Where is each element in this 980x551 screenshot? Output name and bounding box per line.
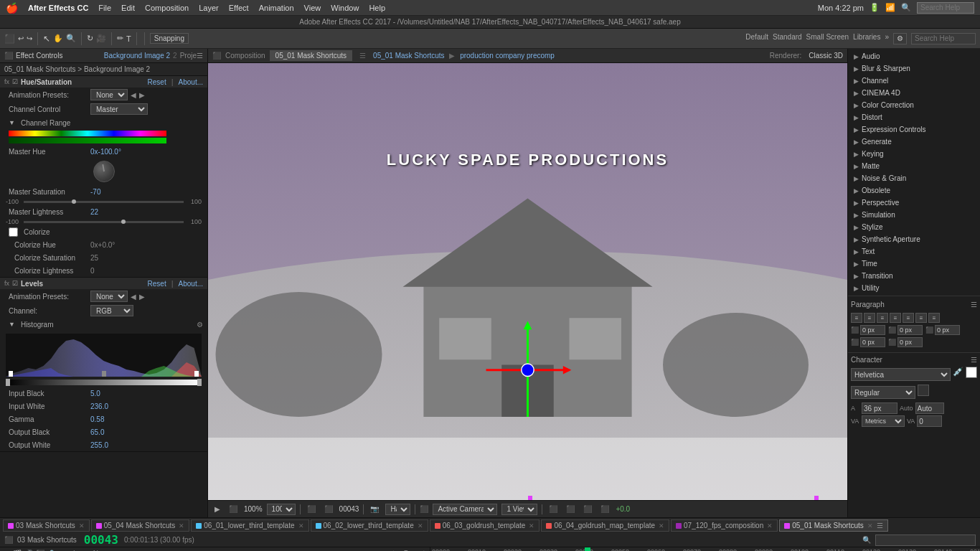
colorize-light-value[interactable]: 0 [90,267,95,275]
output-black-val[interactable]: 65.0 [90,428,104,436]
histogram-toggle[interactable]: ▼ [9,321,15,328]
black-point-handle[interactable] [9,371,13,377]
levels-anim-presets[interactable]: None [90,291,128,302]
font-family-dropdown[interactable]: Helvetica [851,368,951,381]
levels-prev-btn[interactable]: ◀ [131,293,136,301]
effect-distort[interactable]: ▶ Distort [848,111,980,123]
menu-help[interactable]: Help [369,4,385,12]
search-help-toolbar[interactable] [911,33,976,44]
breadcrumb-item2[interactable]: production company precomp [460,52,555,60]
guide-btn[interactable]: ⬛ [564,505,577,513]
master-lightness-value[interactable]: 22 [90,208,98,216]
align-dir-btn[interactable]: ≡ [928,313,940,323]
frame-controls[interactable]: ⬛ [227,505,240,513]
camera-btn[interactable]: 📷 [368,505,381,513]
align-right-btn[interactable]: ≡ [877,313,888,323]
tab-close-6[interactable]: ✕ [659,522,664,529]
align-justify-all-btn[interactable]: ≡ [915,313,927,323]
character-menu-icon[interactable]: ☰ [971,356,977,364]
tab-close-3[interactable]: ✕ [298,522,304,529]
lightness-slider[interactable] [24,221,184,223]
indent-left-input[interactable] [860,325,885,335]
camera-view-dropdown[interactable]: Active Camera [433,504,497,515]
apple-menu[interactable]: 🍎 [6,2,18,14]
track-area[interactable]: 00000 00010 00020 00030 00040 00050 0006… [430,547,980,551]
output-black-handle[interactable] [6,379,10,386]
settings-icon[interactable]: ⚙ [893,33,907,44]
input-black-val[interactable]: 5.0 [90,390,100,397]
comp-tab-main[interactable]: 05_01 Mask Shortcuts [270,50,353,61]
effect-channel[interactable]: ▶ Channel [848,75,980,87]
align-force-btn[interactable]: ≡ [903,313,914,323]
rotate-tool[interactable]: ↻ [87,34,93,43]
colorize-checkbox[interactable] [9,227,18,237]
levels-enable[interactable]: ☑ [12,280,18,287]
toolbar-icon-2[interactable]: ↩ [18,34,24,42]
stroke-color-swatch[interactable] [918,385,929,396]
colorize-hue-value[interactable]: 0x+0.0° [90,241,115,249]
hue-dial[interactable] [93,161,115,182]
font-size-input[interactable] [862,402,897,414]
effect-expression-controls[interactable]: ▶ Expression Controls [848,123,980,136]
gamma-val[interactable]: 0.58 [90,415,104,423]
menu-animation[interactable]: Animation [259,4,294,12]
breadcrumb-item1[interactable]: 05_01 Mask Shortcuts [373,52,445,60]
menu-layer[interactable]: Layer [199,4,219,12]
panel-close-btn[interactable]: ☰ [197,52,203,60]
input-white-val[interactable]: 236.0 [90,402,108,410]
mask-btn[interactable]: ⬛ [581,505,594,513]
midpoint-handle[interactable] [102,371,106,377]
next-preset-btn[interactable]: ▶ [139,91,145,99]
effect-transition[interactable]: ▶ Transition [848,270,980,282]
tab-close-4[interactable]: ✕ [418,522,423,529]
search-help-input[interactable] [917,2,974,14]
expand-icon[interactable]: » [885,33,889,44]
preview-btn[interactable]: ⬛ [322,505,335,513]
effect-noise-grain[interactable]: ▶ Noise & Grain [848,172,980,184]
hand-tool[interactable]: ✋ [53,34,63,43]
hue-sat-enable[interactable]: ☑ [12,78,18,85]
snapping-btn[interactable]: Snapping [150,33,189,44]
effect-cinema4d[interactable]: ▶ CINEMA 4D [848,87,980,99]
levels-about[interactable]: About... [179,280,203,288]
menu-view[interactable]: View [304,4,321,12]
tab-close-1[interactable]: ✕ [79,522,85,529]
toolbar-icon-3[interactable]: ↪ [27,34,32,42]
tab-03-mask[interactable]: 03 Mask Shortcuts ✕ [3,519,90,532]
effect-audio[interactable]: ▶ Audio [848,50,980,62]
levels-header[interactable]: fx ☑ Levels Reset | About... [0,278,207,289]
space-after-input[interactable] [897,337,923,347]
effect-generate[interactable]: ▶ Generate [848,136,980,148]
prev-preset-btn[interactable]: ◀ [131,91,136,99]
align-justify-btn[interactable]: ≡ [890,313,901,323]
tab-05-01-mask-active[interactable]: 05_01 Mask Shortcuts ✕ ☰ [779,519,888,532]
saturation-slider[interactable] [24,201,184,203]
overlay-btn[interactable]: ⬛ [598,505,611,513]
menu-effect[interactable]: Effect [229,4,249,12]
indent-right-input[interactable] [897,325,923,335]
menu-edit[interactable]: Edit [121,4,135,12]
preset-libraries[interactable]: Libraries [853,33,880,44]
channel-dropdown[interactable]: RGB [90,305,133,316]
effect-keying[interactable]: ▶ Keying [848,148,980,160]
menu-composition[interactable]: Composition [145,4,189,12]
tab-06-01-lower[interactable]: 06_01_lower_third_template ✕ [191,519,308,532]
tab-06-03-goldrush[interactable]: 06_03_goldrush_template ✕ [430,519,540,532]
render-btn[interactable]: ⬛ [305,505,318,513]
line-spacing-input[interactable] [915,402,944,414]
effect-perspective[interactable]: ▶ Perspective [848,197,980,209]
font-color-swatch[interactable] [966,367,977,378]
play-btn[interactable]: ▶ [212,505,222,513]
effect-text[interactable]: ▶ Text [848,245,980,258]
views-dropdown[interactable]: 1 View [501,504,537,515]
levels-next-btn[interactable]: ▶ [139,293,145,301]
effect-color-correction[interactable]: ▶ Color Correction [848,99,980,111]
menu-window[interactable]: Window [331,4,359,12]
font-style-dropdown[interactable]: Regular [851,386,915,399]
master-saturation-value[interactable]: -70 [90,188,100,196]
output-white-val[interactable]: 255.0 [90,441,108,449]
preset-default[interactable]: Default [745,33,768,44]
eyedropper-icon[interactable]: 💉 [953,367,963,382]
align-center-btn[interactable]: ≡ [864,313,875,323]
effect-utility[interactable]: ▶ Utility [848,282,980,294]
